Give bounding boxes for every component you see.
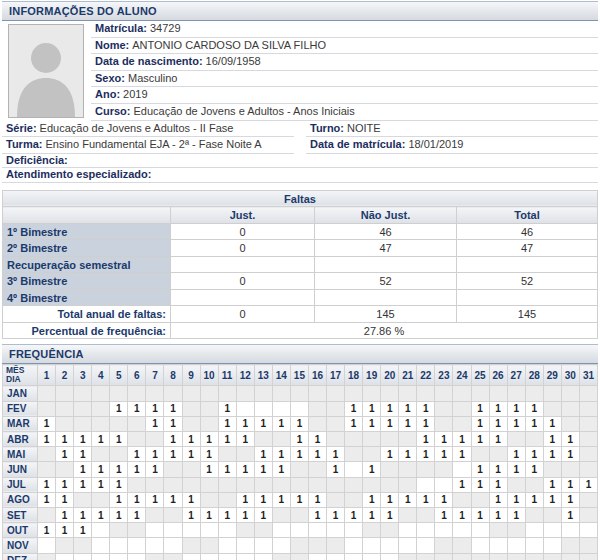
freq-cell	[128, 553, 146, 560]
freq-cell	[363, 523, 381, 538]
freq-cell: 1	[74, 432, 92, 447]
faltas-cell: 52	[457, 273, 598, 290]
freq-cell: 1	[164, 401, 182, 416]
freq-cell	[290, 507, 308, 522]
freq-cell	[92, 538, 110, 553]
freq-cell: 1	[146, 447, 164, 462]
freq-cell: 1	[507, 492, 525, 507]
student-info-row: Matrícula:34729	[91, 21, 598, 38]
freq-cell	[471, 492, 489, 507]
freq-cell: 1	[471, 507, 489, 522]
freq-cell: 1	[272, 492, 290, 507]
freq-cell	[399, 386, 417, 401]
freq-month-row: MAR111111111111111111	[3, 416, 598, 431]
freq-cell	[200, 492, 218, 507]
faltas-total-cell: 145	[315, 306, 457, 323]
freq-cell: 1	[471, 432, 489, 447]
freq-cell	[561, 386, 579, 401]
freq-cell	[92, 492, 110, 507]
freq-month-label: MAR	[3, 416, 38, 431]
freq-cell	[489, 523, 507, 538]
freq-cell	[345, 553, 363, 560]
freq-cell: 1	[525, 447, 543, 462]
freq-cell	[218, 386, 236, 401]
student-info-row: Sexo:Masculino	[91, 71, 598, 88]
freq-cell: 1	[38, 416, 56, 431]
freq-cell	[110, 416, 128, 431]
freq-cell	[56, 416, 74, 431]
freq-month-label: JUL	[3, 477, 38, 492]
freq-day-header: 20	[381, 365, 399, 386]
freq-cell	[290, 538, 308, 553]
faltas-cell: 46	[315, 223, 457, 240]
freq-cell: 1	[327, 507, 345, 522]
freq-cell: 1	[236, 416, 254, 431]
freq-cell	[146, 432, 164, 447]
freq-month-row: NOV	[3, 538, 598, 553]
freq-cell	[92, 416, 110, 431]
enrollment-row: Turma:Ensino Fundamental EJA - 2ª - Fase…	[2, 137, 598, 154]
freq-cell	[471, 523, 489, 538]
freq-day-header: 11	[218, 365, 236, 386]
freq-cell	[272, 401, 290, 416]
freq-day-header: 15	[290, 365, 308, 386]
freq-cell	[254, 401, 272, 416]
freq-cell	[363, 386, 381, 401]
freq-cell	[327, 477, 345, 492]
freq-cell: 1	[417, 401, 435, 416]
freq-cell	[507, 477, 525, 492]
freq-cell: 1	[308, 432, 326, 447]
freq-cell: 1	[164, 416, 182, 431]
freq-cell	[579, 432, 597, 447]
freq-cell: 1	[146, 462, 164, 477]
faltas-percent-row: Percentual de frequência:27.86 %	[3, 322, 598, 339]
freq-cell: 1	[92, 462, 110, 477]
faltas-colhead-blank	[3, 207, 171, 224]
freq-month-label: JUN	[3, 462, 38, 477]
freq-cell	[92, 401, 110, 416]
freq-day-header: 23	[435, 365, 453, 386]
faltas-total-cell: 145	[457, 306, 598, 323]
student-top-section: Matrícula:34729Nome:ANTONIO CARDOSO DA S…	[2, 21, 598, 121]
freq-month-row: JUN1111111111111111	[3, 462, 598, 477]
freq-cell: 1	[92, 432, 110, 447]
freq-cell: 1	[254, 507, 272, 522]
freq-cell	[417, 507, 435, 522]
freq-cell	[489, 538, 507, 553]
freq-month-label: FEV	[3, 401, 38, 416]
freq-day-header: 24	[453, 365, 471, 386]
field-label: Sexo:	[95, 72, 125, 84]
freq-cell: 1	[489, 432, 507, 447]
freq-cell	[38, 401, 56, 416]
freq-month-label: NOV	[3, 538, 38, 553]
freq-day-header: 1	[38, 365, 56, 386]
freq-cell: 1	[272, 447, 290, 462]
freq-cell	[182, 477, 200, 492]
freq-cell	[164, 386, 182, 401]
freq-cell: 1	[308, 447, 326, 462]
student-report-page: INFORMAÇÕES DO ALUNO Matrícula:34729Nome…	[2, 1, 598, 560]
freq-month-label: MAI	[3, 447, 38, 462]
field-label: Turma:	[6, 138, 42, 150]
freq-cell	[579, 492, 597, 507]
freq-cell: 1	[164, 432, 182, 447]
faltas-row: 4º Bimestre	[3, 289, 598, 306]
freq-cell: 1	[182, 492, 200, 507]
freq-cell	[182, 462, 200, 477]
freq-cell	[236, 447, 254, 462]
field-label: Curso:	[95, 105, 130, 117]
freq-cell	[164, 462, 182, 477]
faltas-row-label: 1º Bimestre	[3, 223, 171, 240]
freq-cell	[399, 462, 417, 477]
freq-cell	[128, 386, 146, 401]
freq-cell: 1	[290, 432, 308, 447]
freq-month-label: OUT	[3, 523, 38, 538]
freq-cell: 1	[218, 401, 236, 416]
faltas-row: 1º Bimestre04646	[3, 223, 598, 240]
freq-cell	[381, 523, 399, 538]
freq-cell: 1	[507, 507, 525, 522]
freq-cell	[381, 386, 399, 401]
freq-cell: 1	[525, 401, 543, 416]
freq-month-row: JAN	[3, 386, 598, 401]
freq-month-row: JUL11111111111	[3, 477, 598, 492]
